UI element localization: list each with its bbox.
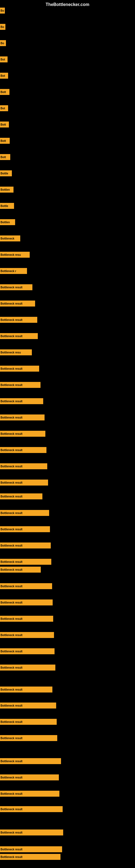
- bar-item-9: Bott: [0, 154, 10, 160]
- bar-item-43: Bottleneck result: [0, 703, 56, 709]
- bar-label-38: Bottleneck result: [1, 617, 22, 620]
- bar-label-35: Bottleneck result: [1, 568, 22, 571]
- bar-item-13: Bottlen: [0, 219, 15, 225]
- bar-label-19: Bottleneck result: [1, 318, 22, 321]
- bar-label-4: Bot: [1, 74, 5, 77]
- bar-item-44: Bottleneck result: [0, 719, 57, 725]
- bar-item-4: Bot: [0, 73, 8, 79]
- bar-label-25: Bottleneck result: [1, 416, 22, 419]
- bar-label-11: Bottlen: [1, 188, 10, 191]
- bar-item-36: Bottleneck result: [0, 583, 52, 589]
- bar-label-28: Bottleneck result: [1, 465, 22, 468]
- bar-item-37: Bottleneck result: [0, 599, 53, 606]
- bar-item-34: Bottleneck result: [0, 559, 51, 565]
- bar-label-46: Bottleneck result: [1, 760, 22, 763]
- bar-label-34: Bottleneck result: [1, 560, 22, 563]
- bar-item-20: Bottleneck result: [0, 333, 38, 339]
- bar-label-18: Bottleneck result: [1, 302, 22, 305]
- bar-label-17: Bottleneck result: [1, 286, 22, 289]
- bar-label-30: Bottleneck result: [1, 495, 22, 498]
- bar-item-2: Bo: [0, 40, 6, 46]
- bar-label-47: Bottleneck result: [1, 776, 22, 779]
- bar-label-36: Bottleneck result: [1, 585, 22, 588]
- bar-label-14: Bottleneck: [1, 237, 14, 240]
- bar-item-33: Bottleneck result: [0, 542, 51, 549]
- bar-item-12: Bottle: [0, 203, 14, 209]
- bar-label-39: Bottleneck result: [1, 633, 22, 637]
- bar-label-42: Bottleneck result: [1, 688, 22, 691]
- bar-label-44: Bottleneck result: [1, 720, 22, 723]
- bar-label-16: Bottleneck r: [1, 270, 16, 273]
- bar-label-52: Bottleneck result: [1, 856, 22, 859]
- bar-item-16: Bottleneck r: [0, 268, 27, 274]
- bar-item-50: Bottleneck result: [0, 830, 63, 835]
- bar-label-45: Bottleneck result: [1, 737, 22, 740]
- bar-item-5: Bott: [0, 89, 9, 95]
- bar-item-52: Bottleneck result: [0, 854, 60, 860]
- bar-label-27: Bottleneck result: [1, 448, 22, 452]
- bar-item-47: Bottleneck result: [0, 774, 59, 780]
- bar-item-51: Bottleneck result: [0, 846, 62, 852]
- bar-item-6: Bot: [0, 105, 8, 111]
- bar-item-35: Bottleneck result: [0, 567, 41, 572]
- bar-label-37: Bottleneck result: [1, 601, 22, 604]
- bar-label-20: Bottleneck result: [1, 335, 22, 338]
- bar-label-3: Bot: [1, 58, 5, 61]
- bar-label-41: Bottleneck result: [1, 666, 22, 669]
- bar-item-10: Bottle: [0, 170, 12, 176]
- bar-item-3: Bot: [0, 56, 8, 62]
- bar-item-49: Bottleneck result: [0, 806, 63, 812]
- bar-item-41: Bottleneck result: [0, 664, 55, 671]
- bar-item-24: Bottleneck result: [0, 398, 43, 404]
- bar-item-0: Bo: [0, 8, 5, 13]
- bar-item-1: Bo: [0, 24, 5, 30]
- bar-label-9: Bott: [1, 156, 6, 159]
- bar-label-22: Bottleneck result: [1, 367, 22, 370]
- bar-item-28: Bottleneck result: [0, 463, 47, 469]
- bar-item-27: Bottleneck result: [0, 447, 46, 453]
- bar-item-17: Bottleneck result: [0, 284, 32, 290]
- bar-label-7: Bott: [1, 123, 6, 126]
- bar-label-13: Bottlen: [1, 221, 10, 224]
- bar-label-49: Bottleneck result: [1, 808, 22, 811]
- bar-item-19: Bottleneck result: [0, 317, 37, 323]
- bar-item-40: Bottleneck result: [0, 648, 54, 654]
- bar-label-43: Bottleneck result: [1, 704, 22, 707]
- bar-item-26: Bottleneck result: [0, 431, 45, 437]
- bar-item-25: Bottleneck result: [0, 414, 45, 421]
- bar-item-29: Bottleneck result: [0, 479, 48, 486]
- bar-label-24: Bottleneck result: [1, 400, 22, 403]
- bar-item-22: Bottleneck result: [0, 366, 39, 372]
- bar-label-31: Bottleneck result: [1, 512, 22, 515]
- bar-item-42: Bottleneck result: [0, 686, 52, 692]
- bar-item-30: Bottleneck result: [0, 493, 42, 499]
- bar-label-5: Bott: [1, 91, 6, 94]
- bar-item-38: Bottleneck result: [0, 616, 53, 622]
- bar-label-12: Bottle: [1, 205, 8, 208]
- bar-item-48: Bottleneck result: [0, 791, 59, 797]
- bar-label-48: Bottleneck result: [1, 792, 22, 795]
- site-title: TheBottlenecker.com: [46, 2, 89, 7]
- bar-item-39: Bottleneck result: [0, 632, 54, 638]
- bar-label-32: Bottleneck result: [1, 528, 22, 531]
- bar-label-10: Bottle: [1, 172, 8, 175]
- bar-item-32: Bottleneck result: [0, 526, 50, 532]
- bar-label-6: Bot: [1, 107, 5, 110]
- bar-item-11: Bottlen: [0, 187, 13, 193]
- bar-label-0: Bo: [1, 9, 4, 12]
- bar-label-1: Bo: [1, 26, 4, 29]
- bar-label-23: Bottleneck result: [1, 383, 22, 386]
- bar-label-21: Bottleneck resu: [1, 351, 21, 354]
- bar-label-51: Bottleneck result: [1, 848, 22, 851]
- bar-item-8: Bott: [0, 138, 10, 144]
- bar-item-31: Bottleneck result: [0, 510, 49, 516]
- bar-item-46: Bottleneck result: [0, 758, 61, 764]
- bar-label-40: Bottleneck result: [1, 650, 22, 653]
- bar-label-33: Bottleneck result: [1, 544, 22, 547]
- bar-item-7: Bott: [0, 122, 9, 127]
- bar-item-14: Bottleneck: [0, 236, 20, 241]
- bar-label-26: Bottleneck result: [1, 432, 22, 435]
- bar-label-15: Bottleneck resu: [1, 253, 21, 256]
- bar-item-15: Bottleneck resu: [0, 252, 30, 258]
- bar-item-18: Bottleneck result: [0, 301, 35, 307]
